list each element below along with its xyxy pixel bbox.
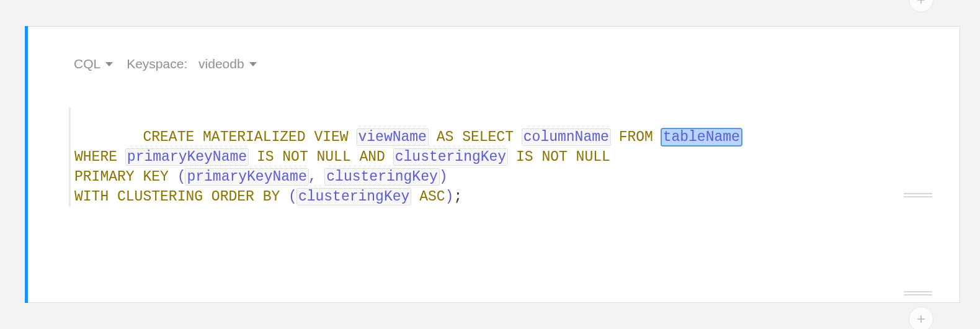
cell-accent-bar <box>25 26 28 303</box>
placeholder-clusteringkey[interactable]: clusteringKey <box>297 189 411 205</box>
keyword: WITH CLUSTERING ORDER BY <box>74 189 280 205</box>
placeholder-columnname[interactable]: columnName <box>522 129 610 145</box>
code-line: WITH CLUSTERING ORDER BY (clusteringKey … <box>74 187 935 207</box>
code-line: CREATE MATERIALIZED VIEW viewName AS SEL… <box>74 107 935 147</box>
keyword: WHERE <box>74 149 117 165</box>
punct: , <box>308 169 317 185</box>
keyword: ASC <box>419 189 445 205</box>
placeholder-primarykeyname[interactable]: primaryKeyName <box>185 169 308 185</box>
language-label: CQL <box>74 56 100 71</box>
punct: ) <box>445 189 454 205</box>
keyword: FROM <box>619 129 653 145</box>
chevron-down-icon <box>249 62 257 66</box>
keyword: AS SELECT <box>437 129 514 145</box>
code-line: PRIMARY KEY (primaryKeyName, clusteringK… <box>74 167 935 187</box>
keyword: CREATE MATERIALIZED VIEW <box>143 129 348 145</box>
code-editor[interactable]: CREATE MATERIALIZED VIEW viewName AS SEL… <box>69 107 935 207</box>
keyword: IS NOT NULL <box>516 149 610 165</box>
placeholder-clusteringkey[interactable]: clusteringKey <box>325 169 439 185</box>
punct: ( <box>177 169 186 185</box>
punct: ) <box>439 169 448 185</box>
language-selector[interactable]: CQL <box>74 56 113 71</box>
add-cell-below-button[interactable] <box>909 307 933 329</box>
placeholder-viewname[interactable]: viewName <box>357 129 428 145</box>
plus-icon <box>915 0 927 6</box>
keyspace-prefix: Keyspace: <box>127 56 187 71</box>
add-cell-above-button[interactable] <box>909 0 933 12</box>
keyspace-value: videodb <box>198 56 244 71</box>
keyword: PRIMARY KEY <box>74 169 169 185</box>
punct: ; <box>453 189 462 205</box>
placeholder-primarykeyname[interactable]: primaryKeyName <box>126 149 248 165</box>
placeholder-tablename[interactable]: tableName <box>662 129 741 145</box>
code-line: WHERE primaryKeyName IS NOT NULL AND clu… <box>74 147 935 167</box>
punct: ( <box>288 189 297 205</box>
placeholder-clusteringkey[interactable]: clusteringKey <box>394 149 507 165</box>
editor-resize-handle[interactable] <box>904 192 932 198</box>
cell-resize-handle[interactable] <box>904 290 932 296</box>
keyword: IS NOT NULL AND <box>257 149 385 165</box>
chevron-down-icon <box>105 62 113 66</box>
plus-icon <box>915 313 927 325</box>
notebook-cell[interactable]: CQL Keyspace: videodb CREATE MATERIALIZE… <box>25 26 960 303</box>
keyspace-selector[interactable]: Keyspace: videodb <box>127 56 256 71</box>
cell-toolbar: CQL Keyspace: videodb <box>74 56 257 71</box>
